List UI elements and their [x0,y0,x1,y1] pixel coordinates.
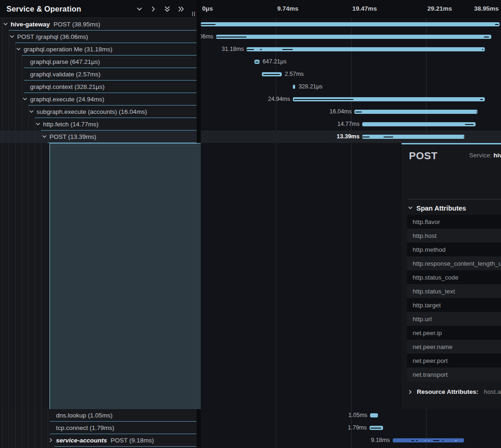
panel-resize-grip[interactable]: || [192,11,196,16]
timeline-row[interactable]: 14.77ms [201,118,501,131]
detail-divider [408,199,501,199]
span-bar[interactable] [370,426,383,430]
timeline-row[interactable]: 13.39ms [201,131,501,143]
timeline-row[interactable]: 2.57ms [201,68,501,81]
child-span-tick [433,440,439,442]
span-duration-label: 16.04ms [329,106,354,118]
span-tree-row[interactable]: graphql.execute (24.94ms) [0,93,197,106]
timeline-row[interactable]: 647.21μs [201,56,501,68]
span-bar[interactable] [354,110,477,114]
collapse-all-icon[interactable] [163,5,171,12]
span-duration-label: 13.39ms [337,131,362,143]
child-span-tick [425,440,426,442]
child-span-tick [263,74,280,75]
timeline-row[interactable]: 36.06ms [201,31,501,43]
chevron-down-icon[interactable] [41,133,48,140]
child-span-tick [362,137,369,138]
timeline-row[interactable]: 1.79ms [201,422,501,434]
span-tree-row[interactable]: tcp.connect (1.79ms) [0,422,197,434]
span-tree-row[interactable]: subgraph.execute (accounts) (16.04ms) [0,106,197,118]
attribute-key: http.status_text [407,288,501,295]
attribute-key: http.url [407,316,501,323]
operation-name: graphql.parse (647.21μs) [30,58,100,65]
span-duration-label: 2.57ms [282,68,304,81]
timeline-row[interactable] [201,18,501,31]
operation-name: POST (38.95ms) [54,21,100,28]
attribute-key: http.target [407,302,501,309]
attribute-key: net.peer.name [407,343,501,350]
span-tree-row[interactable]: graphql.context (328.21μs) [0,81,197,93]
child-span-tick [428,440,429,442]
span-bar[interactable] [254,60,259,64]
span-tree-row[interactable]: graphql.operation Me (31.18ms) [0,43,197,56]
span-tree-row-content: POST /graphql (36.06ms) [9,31,88,43]
timeline-row[interactable]: 16.04ms [201,106,501,118]
expand-all-icon[interactable] [177,5,185,12]
timeline-row[interactable]: 9.18ms [201,434,501,447]
span-tree-row[interactable]: dns.lookup (1.05ms) [0,409,197,422]
operation-name: graphql.operation Me (31.18ms) [24,46,112,53]
child-span-tick [201,24,216,25]
span-tree-row-content: POST (13.39ms) [41,131,96,143]
span-bar[interactable] [370,413,378,417]
span-attributes-title: Span Attributes [416,205,466,212]
span-bar[interactable] [393,438,464,442]
chevron-right-icon[interactable] [48,437,54,443]
attribute-key: net.transport [407,371,501,378]
collapse-one-icon[interactable] [136,5,143,12]
chevron-down-icon[interactable] [2,21,9,27]
attribute-row: http.response_content_length_uncompresse… [407,256,501,270]
timeline-row[interactable]: 31.18ms [201,43,501,56]
chevron-down-icon[interactable] [28,108,35,115]
resource-attributes-row: Resource Attributes: host.arch = arm64 |… [408,388,501,395]
timeline-row[interactable]: 24.94ms [201,93,501,106]
span-bar[interactable] [362,135,464,139]
timeline-row[interactable]: 328.21μs [201,81,501,93]
service-name: hive-gateway [11,21,50,28]
operation-name: graphql.execute (24.94ms) [30,96,105,103]
span-tree-row[interactable]: POST /graphql (36.06ms) [0,31,197,43]
span-bar[interactable] [201,22,500,26]
span-bar[interactable] [262,72,282,76]
chevron-spacer [48,412,54,418]
span-tree-row[interactable]: graphql.validate (2.57ms) [0,68,197,81]
span-duration-label: 1.05ms [348,409,370,422]
chevron-down-icon[interactable] [15,46,22,52]
span-bar[interactable] [216,35,491,39]
chevron-down-icon[interactable] [22,96,28,102]
timeline-axis: 0μs9.74ms19.47ms29.21ms38.95ms [201,0,501,18]
indent-guide [28,106,29,448]
span-tree-row[interactable]: http.fetch (14.77ms) [0,118,197,131]
span-tree-row[interactable]: service-accountsPOST (9.18ms) [0,434,197,447]
chevron-down-icon[interactable] [35,121,41,127]
attribute-key: http.flavor [407,218,501,225]
span-tree-row[interactable]: graphql.parse (647.21μs) [0,56,197,68]
chevron-spacer [22,58,28,65]
span-tree-row[interactable]: hive-gatewayPOST (38.95ms) [0,18,197,31]
detail-meta-line: Library Name: @opentelemetry/instrumenta… [469,171,501,181]
expand-one-icon[interactable] [149,5,157,12]
span-bar[interactable] [362,122,476,126]
meta-value: hive-gateway [494,152,501,159]
child-span-tick [464,137,464,138]
attribute-row: net.transport"ip_tcp" [407,367,501,381]
span-duration-label: 36.06ms [201,31,216,43]
chevron-down-icon[interactable] [9,33,15,40]
span-bar[interactable] [247,47,485,51]
resource-attributes-toggle[interactable]: Resource Attributes: [417,388,478,395]
attribute-row: http.target"/" [407,298,501,312]
span-tree-row[interactable]: POST (13.39ms) [0,131,197,143]
detail-meta-line: Service: hive-gateway|Duration: 13.39ms|… [469,150,501,161]
timeline-row[interactable]: 1.05ms [201,409,501,422]
span-tree-row-content: graphql.parse (647.21μs) [22,56,100,68]
span-bar[interactable] [293,97,485,101]
attribute-key: http.method [407,246,501,253]
detail-meta-line: Child Count: 3|Kind: client|Status: unse… [469,161,501,171]
span-tree-row-content: service-accountsPOST (9.18ms) [48,434,154,446]
attribute-key: net.peer.ip [407,330,501,336]
span-duration-label: 14.77ms [337,118,362,131]
child-span-tick [495,24,499,25]
span-attributes-toggle[interactable]: Span Attributes [408,205,466,212]
attribute-row: http.status_text"OK" [407,284,501,298]
child-span-tick [480,99,483,100]
